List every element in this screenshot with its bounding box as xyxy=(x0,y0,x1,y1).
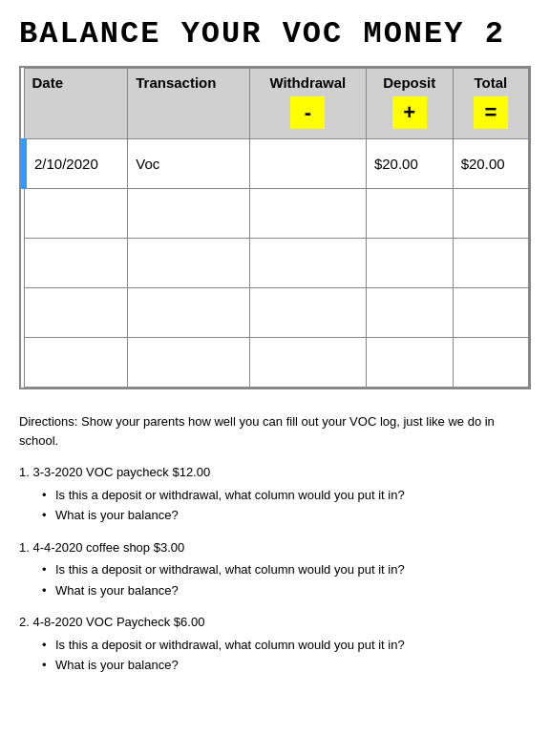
cell-withdrawal xyxy=(249,139,366,189)
question-bullets: Is this a deposit or withdrawal, what co… xyxy=(19,486,531,525)
cell-deposit xyxy=(366,239,453,288)
cell-date xyxy=(24,239,128,288)
cell-deposit xyxy=(366,338,453,388)
table-row xyxy=(24,338,529,388)
cell-total xyxy=(453,288,528,338)
cell-withdrawal xyxy=(249,288,366,338)
col-header-withdrawal: Withdrawal - xyxy=(249,69,366,139)
cell-total xyxy=(453,239,528,288)
cell-transaction xyxy=(128,189,250,239)
question-block: 1. 3-3-2020 VOC paycheck $12.00Is this a… xyxy=(19,463,531,525)
deposit-label: Deposit xyxy=(383,74,435,91)
cell-transaction xyxy=(128,288,250,338)
col-header-date: Date xyxy=(24,69,128,139)
question-bullet: Is this a deposit or withdrawal, what co… xyxy=(42,636,531,655)
cell-total xyxy=(453,189,528,239)
page-title: BALANCE YOUR VOC MONEY 2 xyxy=(19,17,531,51)
cell-transaction xyxy=(128,338,250,388)
table-row xyxy=(24,189,529,239)
directions-intro: Directions: Show your parents how well y… xyxy=(19,412,531,450)
cell-withdrawal xyxy=(249,239,366,288)
cell-total xyxy=(453,338,528,388)
directions-section: Directions: Show your parents how well y… xyxy=(19,412,531,675)
col-header-total: Total = xyxy=(453,69,528,139)
cell-transaction: Voc xyxy=(128,139,250,189)
col-header-transaction: Transaction xyxy=(128,69,250,139)
question-bullet: Is this a deposit or withdrawal, what co… xyxy=(42,486,531,505)
cell-transaction xyxy=(128,239,250,288)
table-row: 2/10/2020Voc$20.00$20.00 xyxy=(24,139,529,189)
question-block: 1. 4-4-2020 coffee shop $3.00Is this a d… xyxy=(19,538,531,600)
table-header-row: Date Transaction Withdrawal - Deposit + … xyxy=(24,69,529,139)
question-main: 1. 3-3-2020 VOC paycheck $12.00 xyxy=(19,463,531,482)
withdrawal-symbol: - xyxy=(290,96,325,129)
balance-table: Date Transaction Withdrawal - Deposit + … xyxy=(19,66,531,389)
withdrawal-label: Withdrawal xyxy=(269,74,346,91)
question-main: 2. 4-8-2020 VOC Paycheck $6.00 xyxy=(19,613,531,632)
cell-withdrawal xyxy=(249,338,366,388)
total-label: Total xyxy=(474,74,507,91)
cell-date xyxy=(24,288,128,338)
question-bullet: Is this a deposit or withdrawal, what co… xyxy=(42,560,531,579)
cell-date xyxy=(24,338,128,388)
total-symbol: = xyxy=(474,96,508,129)
question-block: 2. 4-8-2020 VOC Paycheck $6.00Is this a … xyxy=(19,613,531,675)
question-bullet: What is your balance? xyxy=(42,506,531,525)
cell-total: $20.00 xyxy=(453,139,528,189)
cell-deposit xyxy=(366,288,453,338)
cell-deposit: $20.00 xyxy=(366,139,453,189)
question-bullet: What is your balance? xyxy=(42,581,531,600)
cell-deposit xyxy=(366,189,453,239)
col-header-deposit: Deposit + xyxy=(366,69,453,139)
cell-date: 2/10/2020 xyxy=(24,139,128,189)
question-bullets: Is this a deposit or withdrawal, what co… xyxy=(19,560,531,599)
question-bullets: Is this a deposit or withdrawal, what co… xyxy=(19,636,531,675)
cell-date xyxy=(24,189,128,239)
table-row xyxy=(24,239,529,288)
question-bullet: What is your balance? xyxy=(42,656,531,675)
table-row xyxy=(24,288,529,338)
question-main: 1. 4-4-2020 coffee shop $3.00 xyxy=(19,538,531,557)
cell-withdrawal xyxy=(249,189,366,239)
deposit-symbol: + xyxy=(392,96,427,129)
